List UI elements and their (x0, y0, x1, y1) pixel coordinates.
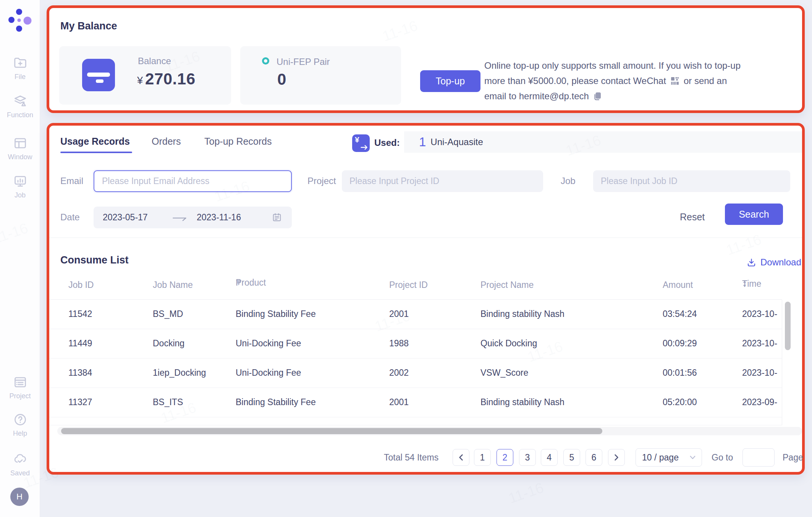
job-input[interactable] (593, 170, 790, 192)
reset-button[interactable]: Reset (680, 212, 705, 223)
cell-project-name: Binding stability Nash (480, 309, 565, 319)
sidebar-item-label: Job (15, 191, 26, 199)
cell-time: 2023-10- (742, 368, 782, 378)
avatar-letter: H (16, 492, 23, 502)
search-button[interactable]: Search (725, 204, 783, 225)
cell-amount: 00:09:29 (663, 338, 697, 349)
cell-time: 2023-10- (742, 309, 782, 319)
page-button-3[interactable]: 3 (519, 449, 536, 466)
function-icon (13, 94, 27, 108)
date-range-picker[interactable]: 2023-05-17 2023-11-16 (94, 207, 292, 228)
swap-right-icon (172, 215, 188, 221)
cell-job-id: 11542 (68, 309, 92, 319)
records-section: Usage Records Orders Top-up Records ¥ Us… (47, 123, 805, 475)
consume-list-title: Consume List (60, 254, 129, 266)
cell-job-name: BS_ITS (153, 397, 183, 407)
job-icon (13, 174, 27, 189)
cell-job-id: 11449 (68, 338, 92, 349)
cell-amount: 05:20:00 (663, 397, 697, 407)
vertical-scrollbar[interactable] (785, 302, 791, 350)
wechat-qr-icon[interactable] (671, 77, 679, 85)
cell-job-name: BS_MD (153, 309, 183, 319)
balance-value: ¥ 270.16 (137, 70, 196, 88)
sidebar-item-job[interactable]: Job (0, 174, 40, 199)
download-button[interactable]: Download (747, 257, 801, 268)
used-label: Used: (374, 137, 400, 148)
tab-topup-records[interactable]: Top-up Records (204, 136, 272, 147)
date-start: 2023-05-17 (103, 212, 148, 223)
sidebar-item-function[interactable]: Function (0, 94, 40, 119)
yen-transfer-icon: ¥ (352, 134, 370, 152)
my-balance-section: My Balance Balance ¥ 270.16 Uni-FEP Pair… (47, 5, 805, 113)
goto-label: Go to (712, 452, 733, 463)
cell-product: Binding Stability Fee (236, 309, 316, 319)
active-tab-underline (60, 152, 132, 153)
billing-page: File Function Window Job (0, 0, 812, 517)
saved-cloud-icon (13, 452, 27, 467)
page-button-4[interactable]: 4 (541, 449, 558, 466)
currency-symbol: ¥ (137, 75, 143, 88)
cell-amount: 00:01:56 (663, 368, 697, 378)
col-amount: Amount (663, 280, 693, 290)
chevron-left-icon (458, 454, 464, 461)
unifep-label: Uni-FEP Pair (277, 57, 330, 67)
table-row-border (49, 425, 782, 425)
cell-amount: 03:54:24 (663, 309, 697, 319)
sidebar-item-help[interactable]: Help (0, 412, 40, 438)
col-time: Time (742, 280, 782, 288)
col-job-id: Job ID (68, 280, 94, 290)
cell-product: Binding Stability Fee (236, 397, 316, 407)
goto-page-input[interactable] (742, 448, 775, 467)
cell-time: 2023-10- (742, 338, 782, 349)
col-job-name: Job Name (153, 280, 193, 290)
pagination-total: Total 54 Items (384, 452, 438, 463)
section-divider (49, 237, 802, 238)
watermark-text: 11-16 (506, 480, 546, 507)
notice-line3: email to hermite@dp.tech (484, 91, 589, 102)
prev-page-button[interactable] (453, 449, 469, 466)
project-input[interactable] (342, 170, 543, 192)
sidebar-item-project[interactable]: Project (0, 375, 40, 400)
app-logo-icon (8, 8, 32, 33)
page-button-1[interactable]: 1 (474, 449, 491, 466)
top-up-button[interactable]: Top-up (420, 70, 480, 92)
job-label: Job (561, 176, 576, 186)
table-header: Job ID Job Name Product Project ID Proje… (49, 280, 782, 300)
tab-usage-records[interactable]: Usage Records (60, 136, 130, 147)
page-suffix-label: Page (783, 452, 803, 463)
file-icon (13, 56, 27, 70)
sidebar-item-saved[interactable]: Saved (0, 452, 40, 477)
chevron-right-icon (614, 454, 619, 461)
cell-project-id: 2001 (389, 309, 409, 319)
email-input[interactable] (94, 170, 292, 192)
sidebar-item-label: File (15, 73, 26, 81)
sidebar-item-file[interactable]: File (0, 56, 40, 81)
download-icon (747, 258, 756, 267)
cell-project-id: 1988 (389, 338, 409, 349)
date-label: Date (60, 212, 80, 223)
horizontal-scrollbar[interactable] (61, 428, 602, 434)
table-row: 11542 BS_MD Binding Stability Fee 2001 B… (49, 300, 782, 329)
next-page-button[interactable] (608, 449, 625, 466)
date-end: 2023-11-16 (197, 212, 241, 223)
sidebar-item-window[interactable]: Window (0, 136, 40, 161)
sidebar-item-label: Project (9, 392, 31, 400)
copy-icon[interactable] (594, 92, 601, 101)
top-up-notice: Online top-up only supports small amount… (484, 58, 801, 104)
notice-line1: Online top-up only supports small amount… (484, 60, 741, 71)
help-icon (13, 412, 27, 427)
page-size-select[interactable]: 10 / page (636, 448, 702, 467)
cell-job-name: 1iep_Docking (153, 368, 206, 378)
section-title: My Balance (60, 20, 117, 32)
tab-orders[interactable]: Orders (152, 136, 181, 147)
avatar[interactable]: H (10, 488, 29, 506)
cell-product: Uni-Docking Fee (236, 338, 301, 349)
cell-job-name: Docking (153, 338, 184, 349)
col-project-id: Project ID (389, 280, 428, 290)
page-button-6[interactable]: 6 (586, 449, 602, 466)
sidebar-item-label: Help (13, 430, 27, 438)
col-product: Product (236, 280, 242, 286)
page-button-5[interactable]: 5 (563, 449, 580, 466)
page-button-2[interactable]: 2 (497, 449, 513, 466)
calendar-icon[interactable] (272, 213, 281, 222)
